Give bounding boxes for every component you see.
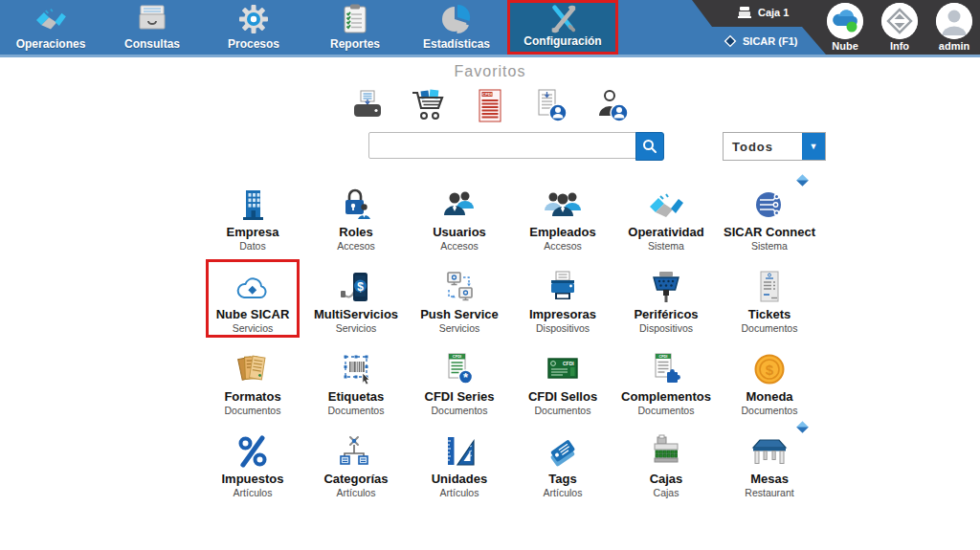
quick-label: Info xyxy=(890,40,909,52)
search-button[interactable] xyxy=(635,132,664,161)
menu-consultas[interactable]: Consultas xyxy=(101,0,203,55)
search-icon xyxy=(642,139,657,154)
tools-icon xyxy=(546,3,580,35)
quick-actions: Nube Info xyxy=(823,3,976,52)
grid-item-impuestos[interactable]: Impuestos Artículos xyxy=(201,427,304,509)
grid-item-categorias[interactable]: Categorías Artículos xyxy=(304,427,408,509)
search-input[interactable] xyxy=(368,132,638,159)
grid-item-complementos[interactable]: CFDI Complementos Documentos xyxy=(614,344,718,427)
shopping-cart-icon xyxy=(410,89,448,123)
grid-item-operatividad[interactable]: Operatividad Sistema xyxy=(614,180,718,262)
barcode-select-icon xyxy=(337,344,375,386)
cfdi-red-document-icon: CFDI xyxy=(477,89,503,123)
favorite-cfdi-document[interactable]: CFDI xyxy=(470,88,510,124)
three-users-icon xyxy=(543,180,583,222)
grid-item-roles[interactable]: Roles Accesos xyxy=(304,180,408,262)
grid-item-moneda[interactable]: $ Moneda Documentos xyxy=(718,344,821,427)
pie-chart-icon xyxy=(441,0,472,38)
svg-text:$: $ xyxy=(766,362,774,378)
grid-item-sicar-connect[interactable]: SICAR Connect Sistema xyxy=(718,180,821,262)
grid-item-etiquetas[interactable]: Etiquetas Documentos xyxy=(304,344,408,427)
config-grid: Empresa Datos Roles Accesos xyxy=(201,180,821,509)
station-label: Caja 1 xyxy=(758,7,789,18)
user-avatar-icon xyxy=(936,3,972,39)
grid-item-impresoras[interactable]: Impresoras Dispositivos xyxy=(511,262,614,344)
green-doc-badge-icon: CFDI * xyxy=(441,344,478,386)
user-search-badge-icon xyxy=(596,89,629,123)
grid-item-perifericos[interactable]: Periféricos Dispositivos xyxy=(614,262,718,344)
table-icon xyxy=(749,427,790,469)
top-menubar: Operaciones Consultas xyxy=(0,0,980,57)
svg-text:$: $ xyxy=(357,280,364,294)
grid-item-tags[interactable]: Tags Artículos xyxy=(511,427,614,509)
vga-connector-icon xyxy=(647,262,685,304)
doc-puzzle-icon: CFDI xyxy=(648,344,684,386)
main-menu: Operaciones Consultas xyxy=(0,0,618,55)
circuit-globe-icon xyxy=(750,180,789,222)
document-stack-icon xyxy=(234,344,272,386)
grid-item-nube-sicar[interactable]: Nube SICAR Servicios xyxy=(201,262,304,344)
grid-item-mesas[interactable]: Mesas Restaurant xyxy=(718,427,821,509)
tags-icon xyxy=(544,427,582,469)
menu-label: Estadísticas xyxy=(423,38,490,51)
grid-item-push-service[interactable]: Push Service Servicios xyxy=(408,262,511,344)
percent-icon xyxy=(234,427,271,469)
grid-item-unidades[interactable]: Unidades Artículos xyxy=(408,427,511,509)
menu-label: Procesos xyxy=(228,38,279,51)
grid-item-empleados[interactable]: Empleados Accesos xyxy=(511,180,614,262)
gear-icon xyxy=(238,0,269,38)
grid-item-empresa[interactable]: Empresa Datos xyxy=(201,180,304,262)
receipt-icon xyxy=(756,262,783,304)
building-icon xyxy=(234,180,272,222)
cloud-status-icon xyxy=(827,3,863,39)
search-section: Todos ▼ xyxy=(0,124,980,174)
phone-payment-icon: $ xyxy=(338,262,374,304)
svg-text:CFDI: CFDI xyxy=(659,355,668,359)
menu-procesos[interactable]: Procesos xyxy=(203,0,304,55)
grid-item-cajas[interactable]: Cajas Cajas xyxy=(614,427,718,509)
favorite-ticket-printer[interactable] xyxy=(347,88,388,124)
grid-item-cfdi-sellos[interactable]: CFDI CFDI Sellos Documentos xyxy=(511,344,614,427)
svg-text:CFDI: CFDI xyxy=(563,361,574,366)
cfdi-green-card-icon: CFDI xyxy=(543,344,583,386)
clipboard-icon xyxy=(343,0,368,38)
handshake-icon xyxy=(33,0,68,38)
category-tree-icon xyxy=(337,427,375,469)
menu-label: Reportes xyxy=(330,38,380,51)
grid-item-multiservicios[interactable]: $ MultiServicios Servicios xyxy=(304,262,408,344)
app-badge[interactable]: SICAR (F1) xyxy=(724,34,797,48)
grid-item-tickets[interactable]: Tickets Documentos xyxy=(718,262,821,344)
favorite-user-search[interactable] xyxy=(592,88,633,124)
diamond-badge-icon xyxy=(796,174,809,187)
menu-estadisticas[interactable]: Estadísticas xyxy=(406,0,507,55)
cloud-diamond-icon xyxy=(233,262,273,304)
sicar-config-screen: Operaciones Consultas xyxy=(0,0,980,550)
app-badge-label: SICAR (F1) xyxy=(743,35,797,47)
ticket-printer-icon xyxy=(349,90,386,122)
cash-register-icon xyxy=(737,6,752,19)
grid-item-usuarios[interactable]: Usuarios Accesos xyxy=(408,180,511,262)
quick-nube[interactable]: Nube xyxy=(823,3,867,52)
menu-operaciones[interactable]: Operaciones xyxy=(0,0,101,55)
lock-user-icon xyxy=(337,180,375,222)
grid-item-cfdi-series[interactable]: CFDI * CFDI Series Documentos xyxy=(408,344,511,427)
archive-drawer-icon xyxy=(137,0,167,38)
menu-reportes[interactable]: Reportes xyxy=(304,0,406,55)
menu-configuracion[interactable]: Configuración xyxy=(507,0,618,55)
menu-label: Consultas xyxy=(124,38,180,51)
printer-icon xyxy=(544,262,582,304)
cash-register-icon xyxy=(647,427,685,469)
linked-monitors-icon xyxy=(440,262,479,304)
filter-dropdown[interactable]: Todos ▼ xyxy=(723,132,826,161)
quick-info[interactable]: Info xyxy=(878,3,922,52)
station-indicator: Caja 1 xyxy=(737,6,789,19)
menu-label: Operaciones xyxy=(16,38,86,51)
favorite-shopping-cart[interactable] xyxy=(409,88,449,124)
configuration-panel: Favoritos xyxy=(0,57,980,550)
quick-admin[interactable]: admin xyxy=(932,3,976,52)
chevron-down-icon: ▼ xyxy=(802,133,825,160)
grid-item-formatos[interactable]: Formatos Documentos xyxy=(201,344,304,427)
menu-label: Configuración xyxy=(523,35,601,48)
favorite-document-user[interactable] xyxy=(531,88,571,124)
two-users-icon xyxy=(440,180,479,222)
